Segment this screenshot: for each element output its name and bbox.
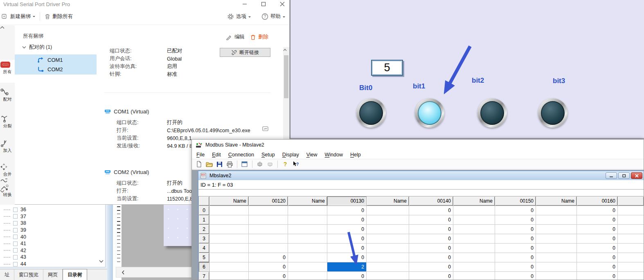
grid-cell[interactable]: 0 (495, 215, 536, 225)
grid-cell[interactable]: 0 (577, 244, 618, 253)
grid-cell[interactable] (536, 206, 577, 215)
grid-cell[interactable] (249, 206, 288, 215)
grid-cell[interactable] (536, 253, 577, 262)
grid-cell[interactable]: 0 (327, 272, 367, 280)
tree-node-42[interactable]: 42 (0, 247, 105, 254)
grid-cell[interactable]: 0 (409, 225, 453, 234)
grid-cell[interactable] (618, 215, 644, 225)
grid-cell[interactable] (249, 215, 288, 225)
help-button[interactable]: ? 帮助 (261, 13, 285, 20)
row-header-1[interactable]: 1 (199, 215, 209, 225)
grid-cell[interactable] (249, 225, 288, 234)
grid-cell[interactable] (536, 244, 577, 253)
node-checkbox[interactable] (13, 221, 18, 226)
grid-cell[interactable] (367, 244, 409, 253)
grid-cell[interactable]: 0 (327, 253, 367, 262)
minimize-button[interactable] (240, 0, 249, 8)
grid-cell[interactable]: 0 (409, 253, 453, 262)
grid-cell[interactable] (288, 225, 327, 234)
grid-cell[interactable] (249, 244, 288, 253)
node-checkbox[interactable] (13, 248, 18, 253)
grid-cell[interactable] (367, 262, 409, 272)
grid-cell[interactable] (209, 262, 249, 272)
tree-item-com1[interactable]: COM1 (15, 55, 97, 65)
maximize-button[interactable] (259, 0, 268, 8)
ebpro-object-tree[interactable]: 363738394041424344 (0, 205, 106, 267)
grid-cell[interactable] (209, 253, 249, 262)
col-header-Name[interactable]: Name (536, 196, 577, 206)
corner-header[interactable] (199, 196, 209, 206)
grid-cell[interactable]: 0 (577, 253, 618, 262)
grid-cell[interactable] (367, 253, 409, 262)
tree-node-44[interactable]: 44 (0, 261, 105, 267)
grid-cell[interactable]: 0 (327, 206, 367, 215)
grid-cell[interactable]: 0 (495, 253, 536, 262)
window-splitter[interactable] (107, 205, 113, 280)
col-header-00160[interactable]: 00160 (577, 196, 618, 206)
lamp-Bit0[interactable] (356, 98, 386, 128)
scroll-left-icon[interactable] (122, 270, 125, 275)
row-header-5[interactable]: 5 (199, 253, 209, 262)
help-icon[interactable]: ? (281, 160, 289, 168)
grid-cell[interactable] (453, 215, 495, 225)
grid-cell[interactable] (209, 225, 249, 234)
grid-cell[interactable]: 0 (495, 272, 536, 280)
tree-item-com2[interactable]: COM2 (15, 65, 97, 74)
menu-file[interactable]: File (193, 152, 208, 158)
grid-cell[interactable]: 0 (495, 244, 536, 253)
corner-header[interactable] (618, 196, 644, 206)
grid-cell[interactable] (209, 206, 249, 215)
col-header-Name[interactable]: Name (367, 196, 409, 206)
tree-node-39[interactable]: 39 (0, 227, 105, 234)
tree-node-43[interactable]: 43 (0, 254, 105, 261)
grid-cell[interactable] (453, 225, 495, 234)
scroll-down-icon[interactable] (99, 260, 104, 263)
grid-cell[interactable] (288, 272, 327, 280)
grid-cell[interactable] (209, 244, 249, 253)
grid-cell[interactable] (209, 234, 249, 244)
sidebar-item-转换[interactable]: 转换 (0, 183, 15, 198)
grid-cell[interactable] (288, 262, 327, 272)
grid-cell[interactable] (367, 206, 409, 215)
sidebar-item-合并[interactable]: 合并 (0, 162, 15, 177)
row-header-7[interactable]: 7 (199, 272, 209, 280)
grid-cell[interactable]: 0 (495, 206, 536, 215)
grid-cell[interactable]: 0 (577, 272, 618, 280)
paired-bundle-selection[interactable]: COM1COM2 (15, 54, 97, 75)
grid-cell[interactable] (453, 206, 495, 215)
tree-node-41[interactable]: 41 (0, 240, 105, 247)
process-window-icon[interactable] (262, 126, 268, 131)
grid-cell[interactable] (288, 244, 327, 253)
sidebar-item-所有[interactable]: 所有 (0, 60, 15, 83)
grid-cell[interactable]: 0 (249, 262, 288, 272)
grid-cell[interactable] (536, 225, 577, 234)
new-bundle-button[interactable]: 新建捆绑 (2, 13, 35, 20)
tree-node-36[interactable]: 36 (0, 206, 105, 213)
col-header-Name[interactable]: Name (288, 196, 327, 206)
grid-cell[interactable]: 0 (409, 262, 453, 272)
horizontal-scrollbar[interactable] (116, 267, 191, 278)
menu-display[interactable]: Display (279, 152, 303, 158)
save-icon[interactable] (215, 160, 223, 168)
context-help-icon[interactable]: ? (291, 160, 299, 168)
grid-cell[interactable] (367, 215, 409, 225)
col-header-00120[interactable]: 00120 (249, 196, 288, 206)
new-file-icon[interactable] (195, 160, 203, 168)
sidebar-item-配对[interactable]: 配对 (0, 87, 15, 102)
grid-cell[interactable] (367, 225, 409, 234)
node-checkbox[interactable] (13, 255, 18, 260)
tree-node-37[interactable]: 37 (0, 213, 105, 220)
menu-connection[interactable]: Connection (225, 152, 258, 158)
tab-窗口预览[interactable]: 窗口预览 (14, 269, 43, 280)
grid-cell[interactable] (288, 234, 327, 244)
node-checkbox[interactable] (13, 214, 18, 219)
close-button[interactable] (278, 0, 287, 8)
grid-cell[interactable]: 0 (577, 262, 618, 272)
sidebar-item-分裂[interactable]: 分裂 (0, 113, 15, 129)
menu-window[interactable]: Window (321, 152, 347, 158)
grid-cell[interactable] (618, 225, 644, 234)
mbslave2-titlebar[interactable]: DOC Mbslave2 (198, 171, 644, 180)
grid-cell[interactable] (367, 234, 409, 244)
child-restore-button[interactable] (618, 172, 630, 179)
grid-cell[interactable]: 0 (327, 234, 367, 244)
